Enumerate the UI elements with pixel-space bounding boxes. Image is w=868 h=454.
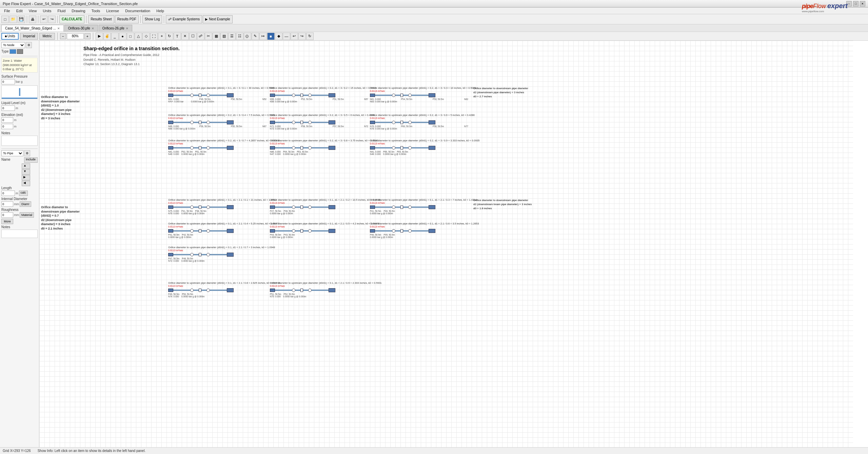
menu-documentation[interactable]: Documentation <box>122 8 153 14</box>
canvas-area[interactable]: Sharp-edged orifice in a transition sect… <box>39 41 868 447</box>
to-node-select[interactable]: To Node <box>1 42 25 48</box>
open-button[interactable]: 📁 <box>9 16 17 23</box>
rotate-tool[interactable]: ↻ <box>166 33 173 40</box>
file-tab-1[interactable]: Orifices-30.pfe ✕ <box>64 25 98 32</box>
example-systems-button[interactable]: ☍ Example Systems <box>166 15 202 23</box>
pipe-btn1[interactable]: ▲ <box>22 163 30 169</box>
file-tab-0[interactable]: Case_54_Water_Sharp_Edged ... ✕ <box>1 25 64 32</box>
pipe-btn4[interactable]: ◀ <box>22 181 30 186</box>
ungroup-tool[interactable]: ▧ <box>220 33 228 40</box>
results-pdf-button[interactable]: Results PDF <box>115 15 139 23</box>
calculate-button[interactable]: CALCULATE <box>59 15 84 23</box>
annotate-tool[interactable]: ✎ <box>252 33 259 40</box>
add-pipe-tool[interactable]: ⎯ <box>111 33 119 40</box>
pan-tool[interactable]: ✌ <box>103 33 111 40</box>
save-button[interactable]: 💾 <box>18 16 25 23</box>
node-color[interactable] <box>9 49 16 54</box>
menu-view[interactable]: View <box>26 8 40 14</box>
length-input[interactable] <box>1 191 15 196</box>
metric-button[interactable]: Metric <box>39 33 55 40</box>
menu-file[interactable]: File <box>1 8 13 14</box>
group-tool[interactable]: ▦ <box>213 33 220 40</box>
add-pump-tool[interactable]: △ <box>135 33 142 40</box>
add-node-tool[interactable]: ● <box>119 33 126 40</box>
tab-close-0[interactable]: ✕ <box>57 27 60 30</box>
add-tank-tool[interactable]: □ <box>127 33 134 40</box>
liquid-level-label: Liquid Level (m) <box>1 101 38 105</box>
imperial-button[interactable]: Imperial <box>20 33 38 40</box>
fluid-info: Zone 1: Water (998.000000 kg/m³ at 0.0ba… <box>1 58 38 73</box>
surface-pressure-input[interactable] <box>1 79 15 84</box>
roughness-input[interactable] <box>1 212 13 218</box>
tab-close-1[interactable]: ✕ <box>92 27 94 30</box>
zoom-window-tool[interactable]: ⌖ <box>158 33 165 40</box>
menu-fluid[interactable]: Fluid <box>55 8 68 14</box>
pipe-include-btns: Include <box>24 157 38 163</box>
align-tool[interactable]: ☰ <box>228 33 236 40</box>
snap-tool[interactable]: ⛒ <box>244 33 251 40</box>
menu-license[interactable]: License <box>103 8 122 14</box>
elevation-input[interactable] <box>1 117 13 123</box>
next-example-button[interactable]: ▶ Next Example <box>203 15 232 23</box>
forward-tool[interactable]: ↪ <box>298 33 306 40</box>
results-sheet-button[interactable]: Results Sheet <box>88 15 114 23</box>
menu-units[interactable]: Units <box>40 8 54 14</box>
window-controls[interactable]: – □ ✕ <box>846 1 865 6</box>
cut-tool[interactable]: ✂ <box>205 33 212 40</box>
elevation-section: Elevation (ext) m m <box>1 113 38 129</box>
grid-info: Grid X=293 Y=126 <box>3 449 31 453</box>
back-tool[interactable]: ↩ <box>291 33 298 40</box>
pipe-btn3[interactable]: ▶ <box>22 175 30 180</box>
length-calc-btn[interactable]: calc <box>19 191 28 196</box>
menu-tools[interactable]: Tools <box>89 8 103 14</box>
delete-tool[interactable]: ✕ <box>181 33 189 40</box>
grid-tool[interactable]: ☷ <box>236 33 243 40</box>
pipe-settings-btn[interactable]: ⚙ <box>24 150 30 156</box>
file-tab-2[interactable]: Orifices-26.pfe ✕ <box>99 25 132 32</box>
restore-button[interactable]: □ <box>853 1 859 6</box>
next-example-icon: ▶ <box>205 17 208 21</box>
redo-button[interactable]: ↪ <box>48 16 56 23</box>
color-tool[interactable]: ■ <box>267 33 275 40</box>
more-btn[interactable]: More <box>1 219 13 224</box>
sec-sep2 <box>93 33 93 40</box>
text-tool[interactable]: T <box>174 33 181 40</box>
new-button[interactable]: □ <box>1 16 9 23</box>
fill-tool[interactable]: ◆ <box>275 33 282 40</box>
add-valve-tool[interactable]: ◇ <box>142 33 150 40</box>
pipe-btn2[interactable]: ▼ <box>22 169 30 175</box>
material-btn[interactable]: Material <box>20 212 34 218</box>
select-tool[interactable]: ▶ <box>96 33 103 40</box>
line-tool[interactable]: ― <box>283 33 290 40</box>
node-select-row: To Node ⚙ <box>1 42 38 48</box>
show-log-button[interactable]: Show Log <box>142 15 162 23</box>
menu-help[interactable]: Help <box>154 8 167 14</box>
notes-textarea[interactable] <box>1 136 38 146</box>
measure-tool[interactable]: ↦ <box>259 33 267 40</box>
zoom-out-button[interactable]: − <box>60 33 66 39</box>
elevation2-input[interactable] <box>1 124 13 129</box>
node-color2[interactable] <box>17 49 23 54</box>
menu-drawing[interactable]: Drawing <box>69 8 88 14</box>
paste-tool[interactable]: ☍ <box>197 33 204 40</box>
include-btn[interactable]: Include <box>24 157 38 163</box>
notes-label: Notes <box>1 131 38 135</box>
menu-edit[interactable]: Edit <box>14 8 25 14</box>
zoom-in-button[interactable]: + <box>84 33 91 39</box>
refresh-tool[interactable]: ↻ <box>306 33 314 40</box>
copy-tool[interactable]: ☐ <box>189 33 197 40</box>
liquid-level-input[interactable] <box>1 105 15 111</box>
pipe-notes-textarea[interactable] <box>1 230 38 238</box>
tab-close-2[interactable]: ✕ <box>126 27 129 30</box>
zoom-fit-tool[interactable]: ⛶ <box>150 33 158 40</box>
diameter-btn[interactable]: Diam! <box>20 201 31 207</box>
toolbar-sep4 <box>86 16 86 23</box>
internal-diameter-input[interactable] <box>1 201 13 207</box>
undo-button[interactable]: ↩ <box>40 16 47 23</box>
node-settings-btn[interactable]: ⚙ <box>26 42 32 48</box>
toolbar-sep6 <box>164 16 164 23</box>
print-button[interactable]: 🖶 <box>29 16 36 23</box>
to-pipe-select[interactable]: To Pipe <box>1 150 23 156</box>
units-button[interactable]: ■ Units <box>1 33 19 40</box>
close-button[interactable]: ✕ <box>860 1 865 6</box>
